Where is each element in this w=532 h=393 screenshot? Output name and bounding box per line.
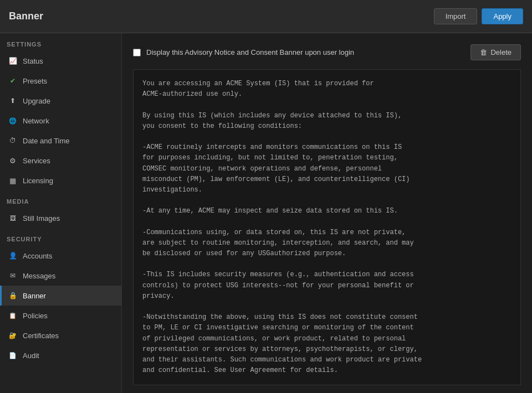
sidebar-item-banner[interactable]: Banner: [0, 286, 121, 306]
sidebar: SETTINGS Status Presets Upgrade Network …: [0, 33, 122, 393]
sidebar-item-presets[interactable]: Presets: [0, 71, 121, 91]
sidebar-item-status[interactable]: Status: [0, 51, 121, 71]
banner-text-area[interactable]: You are accessing an ACME System (IS) th…: [133, 69, 521, 385]
license-icon: [8, 176, 17, 185]
banner-options-row: Display this Advisory Notice and Consent…: [133, 44, 521, 60]
banner-icon: [8, 291, 17, 300]
apply-button[interactable]: Apply: [482, 8, 523, 24]
sidebar-item-still-images[interactable]: Still Images: [0, 208, 121, 228]
sidebar-item-services[interactable]: Services: [0, 151, 121, 170]
sidebar-label-network: Network: [23, 117, 49, 125]
sidebar-item-certificates[interactable]: Certificates: [0, 325, 121, 345]
sidebar-item-datetime[interactable]: Date and Time: [0, 131, 121, 151]
sidebar-label-still-images: Still Images: [23, 214, 60, 223]
sidebar-label-presets: Presets: [23, 77, 47, 85]
person-icon: [8, 251, 17, 260]
sidebar-label-licensing: Licensing: [23, 177, 53, 185]
message-icon: [8, 271, 17, 280]
audit-icon: [8, 351, 17, 360]
sidebar-label-messages: Messages: [23, 272, 55, 280]
policy-icon: [8, 311, 17, 320]
layout: SETTINGS Status Presets Upgrade Network …: [0, 33, 532, 393]
sidebar-item-messages[interactable]: Messages: [0, 266, 121, 286]
clock-icon: [8, 136, 17, 145]
chart-icon: [8, 56, 17, 65]
upgrade-icon: [8, 96, 17, 105]
sidebar-label-upgrade: Upgrade: [23, 97, 50, 105]
sidebar-item-accounts[interactable]: Accounts: [0, 246, 121, 266]
media-section-label: MEDIA: [0, 190, 121, 208]
banner-checkbox-label: Display this Advisory Notice and Consent…: [146, 48, 354, 56]
cert-icon: [8, 331, 17, 340]
delete-button[interactable]: Delete: [470, 44, 521, 60]
sidebar-label-status: Status: [23, 57, 43, 65]
sidebar-label-accounts: Accounts: [23, 252, 52, 260]
image-icon: [8, 214, 17, 223]
sidebar-label-services: Services: [23, 157, 50, 165]
gear-icon: [8, 156, 17, 165]
sidebar-label-banner: Banner: [23, 292, 46, 300]
sidebar-label-datetime: Date and Time: [23, 137, 70, 145]
trash-icon: [480, 48, 487, 56]
settings-section-label: SETTINGS: [0, 33, 121, 51]
header: Banner Import Apply: [0, 0, 532, 33]
sidebar-label-policies: Policies: [23, 312, 48, 320]
sidebar-label-audit: Audit: [23, 351, 39, 360]
sidebar-item-policies[interactable]: Policies: [0, 306, 121, 325]
sidebar-item-network[interactable]: Network: [0, 111, 121, 131]
security-section-label: SECURITY: [0, 228, 121, 246]
page-title: Banner: [9, 11, 43, 22]
sidebar-item-audit[interactable]: Audit: [0, 345, 121, 365]
main-content: Display this Advisory Notice and Consent…: [122, 33, 532, 393]
checkbox-group: Display this Advisory Notice and Consent…: [133, 48, 354, 56]
sidebar-item-licensing[interactable]: Licensing: [0, 170, 121, 190]
display-banner-checkbox[interactable]: [133, 49, 141, 56]
header-buttons: Import Apply: [434, 8, 523, 24]
sidebar-label-certificates: Certificates: [23, 332, 59, 340]
sidebar-item-upgrade[interactable]: Upgrade: [0, 91, 121, 111]
import-button[interactable]: Import: [434, 8, 478, 24]
check-icon: [8, 76, 17, 85]
network-icon: [8, 116, 17, 125]
